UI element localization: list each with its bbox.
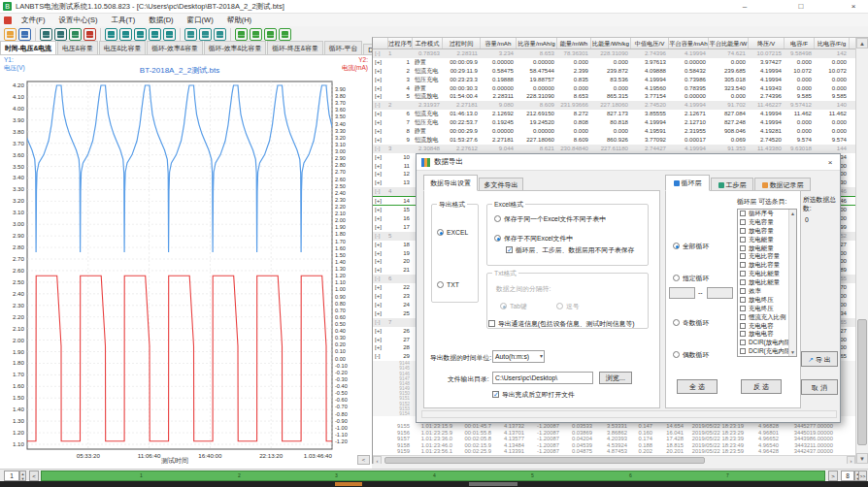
cycle-item-checkbox-4[interactable]: 放电能量: [738, 244, 796, 253]
process-row[interactable]: [+]6恒流充电01:46:13.02.12692212.691508.2728…: [373, 110, 855, 118]
paste-icon[interactable]: [54, 28, 67, 41]
list-scrollbar[interactable]: ▲ ▼: [788, 210, 796, 356]
invert-selection-button[interactable]: 反 选: [741, 379, 782, 394]
column-header-8[interactable]: 中值电压/V: [631, 38, 669, 49]
left-page-spinner[interactable]: 1: [4, 471, 19, 481]
last-page-button[interactable]: >>: [858, 471, 867, 481]
cancel-button[interactable]: 取 消: [801, 379, 838, 395]
hscroll-left-arrow-icon[interactable]: ‹: [373, 456, 382, 464]
column-header-11[interactable]: 终压/V: [749, 38, 785, 49]
radio-excel[interactable]: EXCEL: [437, 228, 468, 237]
progress-strip[interactable]: 1234567: [41, 471, 825, 481]
process-row[interactable]: [+]1静置00:00:09.90.000000.000000.0000.000…: [373, 58, 855, 67]
cycle-item-checkbox-12[interactable]: 恒流充入比例: [738, 313, 796, 322]
expander-icon[interactable]: [+]: [373, 162, 388, 171]
column-header-0[interactable]: [373, 38, 388, 49]
cycle-item-checkbox-5[interactable]: 充电比容量: [738, 252, 796, 261]
expander-icon[interactable]: [+]: [373, 336, 388, 344]
voltage-current-chart[interactable]: BT-2018A_2_2测试.bts4.204.104.003.903.803.…: [0, 55, 372, 471]
layout-vertical-icon[interactable]: [184, 28, 197, 41]
check-open-after-export[interactable]: 导出完成后立即打开文件: [492, 390, 575, 399]
prev-page-button[interactable]: <: [29, 471, 39, 481]
expander-icon[interactable]: [+]: [373, 84, 388, 93]
next-page-button[interactable]: >: [828, 471, 838, 481]
expander-icon[interactable]: [+]: [373, 309, 388, 318]
column-header-12[interactable]: 电容/F: [785, 38, 815, 49]
view-tab-0[interactable]: 时间-电压&电流: [0, 41, 56, 54]
cycle-item-checkbox-0[interactable]: 循环序号: [738, 210, 796, 218]
cycle-summary-row[interactable]: [-]10.783632.283113.2348.65378.36301228.…: [373, 49, 855, 58]
chart-scroll-left-button[interactable]: <: [357, 455, 370, 465]
column-header-7[interactable]: 比能量/Wh/kg: [591, 38, 631, 49]
open-file-icon[interactable]: [4, 28, 17, 41]
expander-icon[interactable]: [+]: [373, 153, 388, 162]
process-row[interactable]: [+]4静置00:00:30.30.000000.000000.0000.000…: [373, 84, 855, 93]
dialog-scrollbar[interactable]: [421, 410, 837, 418]
delete-icon[interactable]: [83, 28, 96, 41]
tab-export-settings[interactable]: 数据导出设置: [423, 175, 478, 191]
record-row[interactable]: 91591.01:23:56.100:02:25.94.13391-1.2008…: [373, 448, 855, 455]
expander-icon[interactable]: [+]: [373, 214, 388, 223]
hscroll-thumb[interactable]: [384, 457, 705, 464]
menu-item-1[interactable]: 设置中心(S): [52, 16, 105, 24]
check-layers-separate-sheets[interactable]: 循环层、工步层、数据层用不同子表保存: [506, 245, 634, 254]
cycle-item-checkbox-16[interactable]: DCIR(充电内阻): [738, 347, 796, 356]
output-dir-input[interactable]: C:\Users\pc\Desktop\: [492, 372, 593, 384]
hscroll-right-arrow-icon[interactable]: ›: [847, 456, 855, 464]
cycle-item-checkbox-9[interactable]: 效率: [738, 287, 796, 296]
expander-icon[interactable]: [-]: [373, 101, 388, 110]
process-row[interactable]: [+]8静置00:00:29.90.000000.000000.0000.000…: [373, 127, 855, 136]
expander-icon[interactable]: [+]: [373, 301, 388, 309]
column-header-5[interactable]: 比容量/mAh/g: [517, 38, 557, 49]
list-scroll-up-icon[interactable]: ▲: [789, 210, 796, 217]
radio-txt[interactable]: TXT: [437, 280, 459, 289]
view-list4-icon[interactable]: [279, 28, 291, 41]
tab-cycle-layer[interactable]: 循环层: [665, 175, 710, 191]
expander-icon[interactable]: [-]: [373, 145, 388, 153]
check-export-channel-info[interactable]: 导出通道信息(包括设备信息、测试时间信息等): [488, 319, 634, 328]
tab-multi-file-export[interactable]: 多文件导出: [479, 178, 523, 191]
column-header-3[interactable]: 过程时间: [443, 38, 481, 49]
zoom-xy-icon[interactable]: [119, 28, 132, 41]
process-row[interactable]: [+]2恒流充电00:29:11.90.5847558.475442.39923…: [373, 67, 855, 76]
cycle-item-checkbox-6[interactable]: 放电比容量: [738, 261, 796, 270]
expander-icon[interactable]: [-]: [373, 187, 388, 196]
view-list3-icon[interactable]: [264, 28, 277, 41]
radio-excel-diff-file[interactable]: 保存于不同Excel文件中: [494, 234, 573, 243]
radio-comma[interactable]: 逗号: [556, 302, 580, 310]
column-header-6[interactable]: 能量/mWh: [557, 38, 591, 49]
maximize-button[interactable]: □: [786, 0, 816, 13]
expander-icon[interactable]: [-]: [373, 352, 388, 361]
layout-mixed-icon[interactable]: [199, 28, 212, 41]
expander-icon[interactable]: [-]: [373, 49, 388, 58]
process-row[interactable]: [+]7恒压充电00:22:53.70.1924519.245200.80880…: [373, 118, 855, 127]
cycle-item-checkbox-7[interactable]: 充电比能量: [738, 270, 796, 278]
expander-icon[interactable]: [+]: [373, 92, 388, 101]
cycle-item-checkbox-1[interactable]: 充电容量: [738, 218, 796, 227]
expander-icon[interactable]: [-]: [373, 232, 388, 241]
menu-item-4[interactable]: 窗口(W): [181, 16, 220, 24]
column-header-13[interactable]: 比电容/F/g: [815, 38, 850, 49]
zoom-x-icon[interactable]: [134, 28, 147, 41]
zoom-fit-icon[interactable]: [163, 28, 176, 41]
export-button[interactable]: ↗ 导 出: [801, 351, 838, 367]
expander-icon[interactable]: [+]: [373, 223, 388, 232]
expander-icon[interactable]: [+]: [373, 292, 388, 301]
cycle-item-checkbox-2[interactable]: 放电容量: [738, 227, 796, 236]
expander-icon[interactable]: [+]: [373, 170, 388, 179]
cycle-item-checkbox-10[interactable]: 放电终压: [738, 296, 796, 305]
radio-excel-same-file[interactable]: 保存于同一个Excel文件不同子表中: [494, 214, 606, 223]
cycle-item-checkbox-11[interactable]: 充电终压: [738, 305, 796, 313]
expander-icon[interactable]: [+]: [373, 241, 388, 249]
view-list2-icon[interactable]: [250, 28, 262, 41]
expander-icon[interactable]: [+]: [373, 67, 388, 76]
cycle-item-checkbox-8[interactable]: 放电比能量: [738, 278, 796, 287]
record-row[interactable]: 91581.01:23:46.000:02:15.94.13484-1.2008…: [373, 442, 855, 449]
tab-record-layer[interactable]: 数据记录层: [754, 178, 811, 191]
expander-icon[interactable]: [+]: [373, 136, 388, 145]
radio-tab-key[interactable]: Tab键: [500, 302, 527, 310]
zoom-y-icon[interactable]: [105, 28, 117, 41]
radio-even-cycles[interactable]: 偶数循环: [673, 350, 709, 359]
expander-icon[interactable]: [+]: [373, 110, 388, 118]
column-header-10[interactable]: 平台比能量/W: [709, 38, 749, 49]
